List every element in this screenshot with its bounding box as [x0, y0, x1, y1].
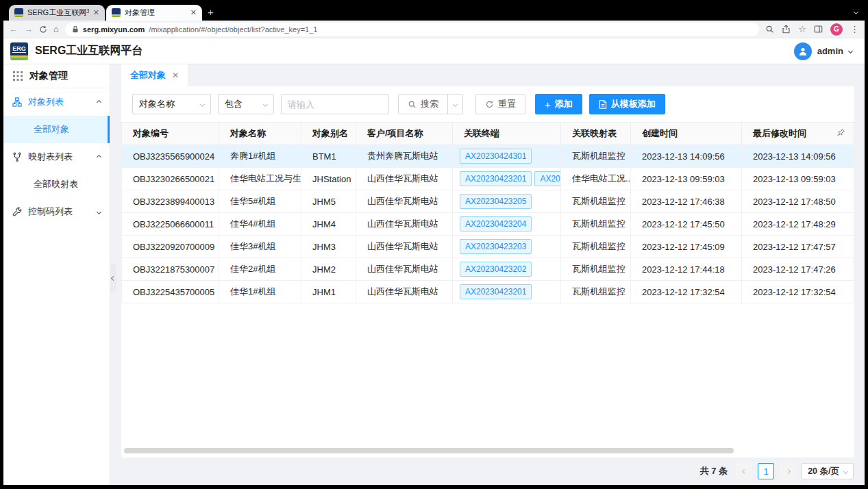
app-title: SERG工业互联网平台: [35, 44, 142, 58]
total-count-label: 共 7 条: [700, 465, 728, 477]
address-bar[interactable]: serg.mixyun.com/mixapplication/#/object/…: [65, 23, 759, 36]
object-list-icon: [12, 97, 22, 107]
terminal-tag[interactable]: AX20230423202: [460, 262, 532, 277]
page-tab-close-icon[interactable]: ✕: [172, 71, 179, 80]
terminal-tag[interactable]: AX20230423201: [460, 171, 532, 186]
reload-button[interactable]: [39, 25, 47, 34]
sidebar-item-all-objects[interactable]: 全部对象: [3, 116, 110, 143]
chevron-up-icon: [97, 154, 101, 159]
cell-mapping: 瓦斯机组监控: [561, 281, 631, 303]
search-icon: [408, 100, 417, 109]
terminal-tag[interactable]: AX20230424301: [460, 149, 532, 164]
cell-object-id: OBJ3221875300007: [122, 258, 219, 281]
cell-object-name: 佳华4#机组: [219, 213, 301, 236]
search-button[interactable]: 搜索: [398, 94, 448, 114]
sidebar-collapse-handle[interactable]: [110, 263, 116, 293]
collapse-arrow-icon: [110, 275, 115, 280]
sidebar-item-mapping-list[interactable]: 映射表列表: [3, 143, 110, 171]
cell-customer: 山西佳华瓦斯电站: [356, 213, 453, 236]
cell-object-name: 佳华2#机组: [219, 258, 301, 281]
pin-column-icon[interactable]: [836, 128, 845, 137]
terminal-tag[interactable]: AX20230423203: [460, 239, 532, 254]
page-tab-all-objects[interactable]: 全部对象 ✕: [121, 64, 188, 86]
table-row[interactable]: OBJ3235565900024 奔腾1#机组 BTM1 贵州奔腾瓦斯电站 AX…: [122, 145, 854, 168]
operator-select[interactable]: 包含: [218, 94, 274, 114]
user-menu[interactable]: admin: [794, 42, 852, 60]
forward-button[interactable]: →: [24, 25, 33, 34]
table-row[interactable]: OBJ3220920700009 佳华3#机组 JHM3 山西佳华瓦斯电站 AX…: [122, 236, 854, 258]
screenshot-frame: SERG工业互联网平台 ✕ 对象管理 ✕ + ← → ⌂ serg.mixyun…: [0, 0, 868, 489]
browser-profile-avatar[interactable]: G: [830, 23, 843, 36]
serg-logo: ERG: [10, 42, 28, 60]
grid-icon: [13, 71, 23, 81]
search-input[interactable]: [281, 94, 389, 114]
browser-window: SERG工业互联网平台 ✕ 对象管理 ✕ + ← → ⌂ serg.mixyun…: [3, 3, 865, 485]
cell-object-name: 佳华3#机组: [219, 236, 301, 258]
terminal-tag[interactable]: AX202304: [534, 171, 560, 186]
prev-page-button[interactable]: [736, 463, 752, 479]
cell-object-alias: JHM2: [301, 258, 356, 281]
sidebar: 对象管理 对象列表 全部对象 映射表列表 全部映射表 控制码列表: [3, 64, 110, 485]
horizontal-scrollbar[interactable]: [123, 448, 853, 453]
content-panel: 对象名称 包含 搜索: [121, 86, 854, 457]
home-button[interactable]: ⌂: [53, 25, 59, 34]
sidebar-item-control-code-list[interactable]: 控制码列表: [3, 198, 110, 225]
cell-created: 2023-12-12 17:32:54: [631, 281, 742, 303]
cell-object-name: 佳华电站工况与生产: [219, 168, 301, 190]
table-row[interactable]: OBJ3225066600011 佳华4#机组 JHM4 山西佳华瓦斯电站 AX…: [122, 213, 854, 236]
cell-terminals: AX20230423201: [453, 281, 561, 303]
scrollbar-thumb[interactable]: [124, 448, 734, 453]
favicon-serg-icon: [112, 8, 121, 17]
cell-terminals: AX20230423201AX202304: [453, 168, 561, 190]
terminal-tag[interactable]: AX20230423205: [460, 194, 532, 209]
search-split-button: 搜索: [398, 94, 463, 114]
column-header: 对象编号: [122, 123, 219, 145]
search-options-caret[interactable]: [448, 94, 463, 114]
table-row[interactable]: OBJ3230266500021 佳华电站工况与生产 JHStation 山西佳…: [122, 168, 854, 190]
cell-object-alias: JHM3: [301, 236, 356, 258]
tab-close-icon[interactable]: ✕: [93, 9, 99, 16]
terminal-tag[interactable]: AX20230423201: [460, 284, 532, 299]
terminal-tag[interactable]: AX20230423204: [460, 216, 532, 231]
cell-created: 2023-12-12 17:46:38: [631, 190, 742, 213]
tab-close-icon[interactable]: ✕: [190, 9, 197, 16]
table-row[interactable]: OBJ3223899400013 佳华5#机组 JHM5 山西佳华瓦斯电站 AX…: [122, 190, 854, 213]
add-button[interactable]: + 添加: [535, 94, 582, 114]
cell-created: 2023-12-13 09:59:03: [631, 168, 742, 190]
cell-mapping: 瓦斯机组监控: [561, 145, 631, 168]
sidebar-item-all-mappings[interactable]: 全部映射表: [3, 171, 110, 198]
cell-object-alias: BTM1: [301, 145, 356, 168]
table-row[interactable]: OBJ3221875300007 佳华2#机组 JHM2 山西佳华瓦斯电站 AX…: [122, 258, 854, 281]
favicon-serg-icon: [14, 8, 23, 17]
document-icon: [599, 100, 607, 109]
url-domain: serg.mixyun.com: [83, 25, 145, 34]
new-tab-button[interactable]: +: [208, 6, 214, 18]
cell-terminals: AX20230423202: [453, 258, 561, 281]
cell-terminals: AX20230423203: [453, 236, 561, 258]
reset-button[interactable]: 重置: [475, 94, 525, 114]
add-from-template-button[interactable]: 从模板添加: [589, 94, 665, 114]
objects-table: 对象编号对象名称对象别名客户/项目名称关联终端关联映射表创建时间最后修改时间 O…: [121, 122, 854, 303]
side-panel-icon[interactable]: [814, 25, 823, 34]
back-button[interactable]: ←: [9, 25, 18, 34]
page-size-select[interactable]: 20 条/页: [802, 463, 854, 479]
browser-tab-object-mgmt[interactable]: 对象管理 ✕: [106, 5, 202, 21]
browser-menu-icon[interactable]: ⋮: [850, 25, 859, 34]
user-avatar-icon[interactable]: [794, 42, 812, 60]
sidebar-item-object-list[interactable]: 对象列表: [3, 88, 110, 116]
browser-tab-platform[interactable]: SERG工业互联网平台 ✕: [9, 5, 105, 21]
field-select[interactable]: 对象名称: [132, 94, 211, 114]
chevron-down-icon: [263, 101, 268, 106]
table-row[interactable]: OBJ3225435700005 佳华1#机组 JHM1 山西佳华瓦斯电站 AX…: [122, 281, 854, 303]
current-page-button[interactable]: 1: [758, 463, 774, 479]
cell-object-id: OBJ3225435700005: [122, 281, 219, 303]
next-page-button[interactable]: [780, 463, 796, 479]
share-icon[interactable]: [782, 25, 791, 34]
tab-search-chevron-icon[interactable]: [854, 4, 858, 16]
bookmark-star-icon[interactable]: ☆: [798, 25, 806, 34]
table-header-row: 对象编号对象名称对象别名客户/项目名称关联终端关联映射表创建时间最后修改时间: [122, 123, 854, 145]
column-header: 关联映射表: [561, 123, 631, 145]
zoom-icon[interactable]: [765, 25, 774, 34]
page-tab-label: 全部对象: [130, 69, 166, 82]
cell-object-alias: JHM4: [301, 213, 356, 236]
